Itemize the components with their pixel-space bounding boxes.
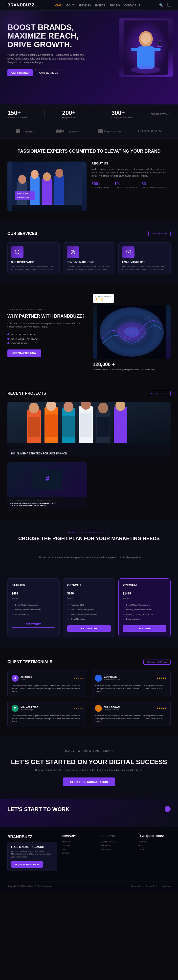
svg-rect-22 — [15, 191, 35, 200]
hero-get-started-button[interactable]: GET STARTED — [7, 69, 33, 76]
projects-all-button[interactable]: ALL PROJECTS — [148, 391, 171, 396]
why-image-inner — [93, 305, 171, 359]
testimonial-1-text: Maecenas ornare pretium ipsum vitae nibh… — [11, 684, 83, 693]
footer-feedback-link[interactable]: Feedback — [162, 885, 171, 887]
logo-4: LOGOIPSUM — [138, 129, 162, 133]
premium-feature-4-text: Email Marketing — [126, 618, 140, 620]
svg-text:#: # — [45, 475, 50, 482]
testimonials-all-button[interactable]: ALL TESTIMONIALS — [143, 659, 171, 665]
testimonial-4-avatar: E — [95, 705, 102, 712]
about-right: ABOUT US Morbi euismod erat cras tincidu… — [91, 162, 171, 188]
stat-clients-label: Happy Clients — [62, 116, 76, 119]
svg-point-10 — [59, 129, 62, 133]
growth-feature-1-text: Advanced SEO — [71, 604, 84, 606]
project-featured-image — [7, 402, 171, 447]
cta-consultation-button[interactable]: GET A FREE CONSULTATION — [63, 778, 115, 786]
logo-2-icon — [55, 129, 64, 133]
premium-feature-3-text: Branding / Photography Reports — [126, 613, 154, 616]
premium-get-started-button[interactable]: GET STARTED — [123, 625, 167, 632]
testimonial-2-header: S SARAH LEE Marketing Director ★★★★★ — [95, 675, 167, 682]
stat-campaigns-label: Campaigns Launched — [112, 116, 133, 119]
svg-point-16 — [30, 170, 38, 179]
starter-price-value: $499 — [11, 592, 18, 595]
why-features-list: PROVEN TRACK RECORD DATA-DRIVEN APPROACH… — [7, 333, 85, 345]
about-title: ABOUT US — [91, 162, 171, 165]
hero-services-button[interactable]: OUR SERVICES — [35, 69, 62, 76]
growth-feature-4-text: Email Marketing — [71, 618, 85, 620]
pricing-heading: CHOOSE THE RIGHT PLAN FOR YOUR MARKETING… — [7, 536, 171, 541]
nav-link-events[interactable]: EVENTS — [95, 4, 105, 7]
project-featured-label: ● ● SOCIAL MEDIA STRATEGY FOR LUXE FASHI… — [7, 447, 171, 457]
check-icon-6: ✓ — [67, 613, 69, 616]
nav-logo[interactable]: BRANDBUZZ — [7, 3, 34, 7]
footer: BRANDBUZZ FREE MARKETING AUDIT Get a fre… — [0, 827, 178, 892]
nav-link-services[interactable]: SERVICES — [79, 4, 91, 7]
scroll-down-button[interactable]: SCROLL DOWN ↓ — [151, 112, 171, 116]
growth-get-started-button[interactable]: GET STARTED — [67, 625, 111, 632]
testimonial-1-role: CEO — [21, 678, 32, 681]
search-icon[interactable]: 🔍 — [159, 3, 164, 7]
about-stat-team-number: 50+ — [141, 182, 166, 186]
service-email-title: EMAIL MARKETING — [122, 261, 167, 264]
testimonial-4-author: E EMILY BROWN Content Strategist — [95, 705, 120, 712]
footer-link-faq[interactable]: FAQ — [138, 844, 171, 847]
project-featured: ● ● SOCIAL MEDIA STRATEGY FOR LUXE FASHI… — [7, 402, 171, 457]
growth-feature-2-text: Social Media Management — [71, 609, 94, 611]
footer-link-contact[interactable]: Contact — [62, 851, 95, 855]
about-section: PASSIONATE EXPERTS COMMITTED TO ELEVATIN… — [0, 138, 178, 221]
stat-campaigns-number: 300+ — [112, 110, 125, 116]
service-seo-title: SEO OPTIMIZATION — [11, 261, 56, 264]
testimonial-3-name: MICHAEL PRICE — [21, 706, 38, 708]
svg-point-14 — [18, 175, 26, 184]
project-2-tag-text: #SOCIALMEDIASUCCESS #BRANDAWARENESS #INC… — [10, 500, 55, 501]
logo-1: L Logoipsum — [16, 129, 38, 134]
clients-count-number: 128,000 + — [93, 361, 115, 367]
starter-feature-3: ✓ Email Marketing — [11, 612, 55, 617]
svg-point-3 — [141, 33, 151, 44]
free-marketing-button[interactable]: REQUEST FREE AUDIT — [11, 861, 43, 868]
services-grid: SEO OPTIMIZATION Duis lorem sed misi mau… — [7, 242, 171, 274]
nav-link-pricing[interactable]: PRICING — [109, 4, 120, 7]
footer-link-privacy[interactable]: Privacy — [138, 847, 171, 851]
pricing-card-growth: GROWTH $999 /month ✓ Advanced SEO ✓ Soci… — [63, 578, 115, 637]
free-marketing-box: FREE MARKETING AUDIT Get a free audit of… — [7, 842, 57, 871]
services-all-button[interactable]: ALL SERVICES — [148, 231, 171, 236]
footer-privacy-link[interactable]: Privacy Policy — [146, 885, 159, 887]
logo-3: L Logoipsum — [98, 129, 121, 134]
phone-icon[interactable]: 📞 — [167, 3, 171, 7]
work-close-button[interactable]: ✕ — [165, 806, 171, 812]
testimonial-3-info: MICHAEL PRICE Brand Manager — [21, 706, 38, 711]
footer-col-questions: HAVE QUESTIONS? Help Center FAQ Privacy — [138, 835, 171, 875]
footer-link-cases[interactable]: Case Studies — [99, 844, 133, 847]
why-get-started-button[interactable]: GET STARTED NOW — [7, 350, 41, 357]
project-featured-tag: ● ● — [10, 449, 168, 451]
logo-1-icon: L — [16, 129, 20, 134]
check-icon-8: ✓ — [123, 604, 125, 606]
nav-link-home[interactable]: HOME — [53, 4, 61, 7]
why-illustration — [93, 305, 171, 359]
testimonial-2-stars: ★★★★★ — [157, 677, 167, 679]
work-heading: LET'S START TO WORK — [7, 806, 171, 813]
premium-price-value: $1499 — [123, 592, 131, 595]
google-rating-label: GOOGLE RATING — [95, 296, 112, 298]
footer-link-services[interactable]: Marketing Services — [99, 840, 133, 844]
premium-features: ✓ Social Media Management ✓ Monthly Perf… — [123, 603, 167, 621]
service-seo-desc: Duis lorem sed misi mauris neque pulvina… — [11, 265, 56, 270]
nav-link-contact[interactable]: CONTACT US — [124, 4, 140, 7]
footer-link-blog[interactable]: Blog — [62, 847, 95, 851]
logo-2: logoipsum — [55, 129, 82, 133]
testimonials-grid: J JOHN DOE CEO ★★★★★ Maecenas ornare pre… — [7, 671, 171, 727]
nav-link-about[interactable]: ABOUT — [65, 4, 74, 7]
about-stat-reviews-label: POSITIVE REVIEWS — [91, 186, 110, 188]
testimonial-2-role: Marketing Director — [104, 678, 120, 681]
free-marketing-title: FREE MARKETING AUDIT — [11, 845, 53, 848]
footer-terms-link[interactable]: Terms of Use — [131, 885, 143, 887]
footer-link-help[interactable]: Help Center — [138, 840, 171, 844]
growth-feature-3: ✓ Monthly Performance Reports — [67, 612, 111, 617]
footer-link-team[interactable]: Our Team — [62, 844, 95, 847]
check-icon-10: ✓ — [123, 613, 125, 616]
nav-links: HOME ABOUT SERVICES EVENTS PRICING CONTA… — [53, 3, 140, 7]
footer-link-testimonials[interactable]: Testimonials — [99, 847, 133, 851]
footer-link-about[interactable]: About Us — [62, 840, 95, 844]
starter-get-started-button[interactable]: GET STARTED — [11, 620, 55, 628]
